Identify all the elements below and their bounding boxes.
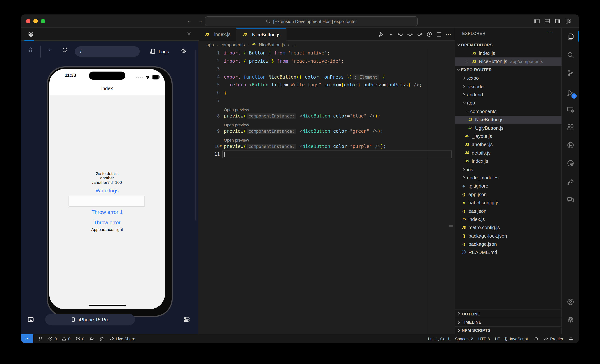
open-editors-header[interactable]: OPEN EDITORS — [455, 41, 562, 49]
tree-item-ios[interactable]: ios — [455, 165, 562, 174]
spaces-2[interactable]: Spaces: 2 — [455, 336, 473, 341]
layout-sidebar-right-icon[interactable] — [554, 18, 561, 24]
throw-error-1-link[interactable]: Throw error 1 — [49, 209, 165, 215]
tree-item-README.md[interactable]: ⓘREADME.md — [455, 248, 562, 257]
comments-icon[interactable] — [566, 195, 575, 204]
command-center-search[interactable]: [Extension Development Host] expo-router — [205, 16, 418, 26]
tab-NiceButton.js[interactable]: JSNiceButton.js — [236, 28, 286, 41]
run-and-debug-icon[interactable]: 1 — [566, 88, 575, 97]
code-line-11[interactable]: 11 — [198, 150, 455, 158]
layout-sidebar-left-icon[interactable] — [534, 18, 540, 24]
breadcrumb-item[interactable]: components — [221, 42, 245, 47]
panel-close-icon[interactable] — [187, 31, 192, 37]
circle-arrow-right-icon[interactable] — [417, 31, 423, 37]
webview-panel-tab[interactable] — [21, 28, 40, 41]
tree-item-node_modules[interactable]: node_modules — [455, 174, 562, 182]
tree-item-.gitignore[interactable]: ◆.gitignore — [455, 182, 562, 190]
tree-item-NiceButton.js[interactable]: JSNiceButton.js — [455, 115, 562, 124]
codelens-open-preview[interactable]: Open preview — [198, 120, 455, 127]
circle-dash-icon[interactable] — [407, 31, 413, 37]
panel-scrollbar[interactable] — [195, 50, 197, 221]
tree-item-metro.config.js[interactable]: JSmetro.config.js — [455, 223, 562, 232]
tree-item-.expo[interactable]: .expo — [455, 74, 562, 82]
device-selector[interactable]: iPhone 15 Pro — [45, 314, 135, 325]
extensions-icon[interactable] — [566, 123, 575, 131]
history-icon[interactable] — [426, 31, 432, 37]
braces-status[interactable]: {}JavaScript — [505, 336, 528, 341]
tree-item-components[interactable]: components — [455, 107, 562, 115]
source-control-icon[interactable] — [566, 69, 575, 77]
device-toggles-icon[interactable] — [183, 316, 190, 323]
tree-item-UglyButton.js[interactable]: JSUglyButton.js — [455, 124, 562, 132]
tree-item-android[interactable]: android — [455, 91, 562, 99]
code-line-9[interactable]: 9preview(componentInstance: <NiceButton … — [198, 127, 455, 135]
search-icon[interactable] — [566, 50, 575, 59]
tree-item-eas.json[interactable]: {}eas.json — [455, 207, 562, 215]
chevron-down-small-icon[interactable] — [388, 31, 394, 37]
tree-item-index.js[interactable]: JSindex.js — [455, 157, 562, 165]
layout-grid-icon[interactable] — [565, 18, 572, 24]
settings-gear-icon[interactable] — [180, 48, 187, 55]
tree-item-app.json[interactable]: {}app.json — [455, 190, 562, 198]
error-circle-status[interactable]: 0 — [48, 336, 57, 341]
tab-index.js[interactable]: JSindex.js — [199, 28, 236, 41]
run-debug-play-icon[interactable] — [378, 31, 384, 37]
tree-item-package-lock.json[interactable]: {}package-lock.json — [455, 232, 562, 240]
utf-8[interactable]: UTF-8 — [478, 336, 490, 341]
bell-status[interactable] — [569, 336, 574, 341]
more-ellipsis-icon[interactable]: ··· — [445, 31, 452, 37]
sparkle-code-action-icon[interactable]: ✦ — [219, 143, 223, 149]
open-editor-index.js[interactable]: JSindex.js — [455, 49, 562, 57]
code-line-7[interactable]: 7 — [198, 97, 455, 105]
section-outline[interactable]: OUTLINE — [455, 309, 562, 318]
code-line-5[interactable]: 5 return <Button title="Write logs" colo… — [198, 81, 455, 89]
tree-item-.vscode[interactable]: .vscode — [455, 82, 562, 91]
inspect-cursor-icon[interactable] — [28, 316, 34, 323]
code-area[interactable]: 1import { Button } from 'react-native';2… — [198, 49, 455, 158]
home-indicator[interactable] — [89, 305, 126, 306]
code-line-3[interactable]: 3 — [198, 65, 455, 73]
radon-circle-preview-icon[interactable] — [566, 159, 575, 168]
code-line-8[interactable]: 8preview(componentInstance: <NiceButton … — [198, 112, 455, 120]
sync-status[interactable] — [99, 336, 104, 341]
maximize-window-button[interactable] — [41, 19, 45, 23]
code-line-10[interactable]: 10preview(componentInstance: <NiceButton… — [198, 142, 455, 150]
remote-indicator[interactable]: >< — [21, 334, 33, 343]
close-window-button[interactable] — [26, 19, 30, 23]
tune-status[interactable] — [38, 336, 43, 341]
breadcrumb-item[interactable]: JSNiceButton.js — [252, 42, 285, 47]
history-forward-icon[interactable]: → — [197, 18, 203, 24]
settings-gear-icon[interactable] — [566, 315, 575, 324]
route-url-input[interactable]: / — [75, 46, 140, 57]
account-icon[interactable] — [566, 297, 575, 306]
close-icon[interactable] — [464, 59, 470, 64]
copilot-status[interactable] — [533, 336, 538, 341]
sidebar-more-icon[interactable]: ··· — [547, 28, 553, 35]
tree-item-index.js[interactable]: JSindex.js — [455, 215, 562, 223]
tree-item-another.js[interactable]: JSanother.js — [455, 140, 562, 149]
tree-item-babel.config.js[interactable]: Bbabel.config.js — [455, 198, 562, 207]
live-share-arrow-status[interactable]: Live Share — [109, 336, 135, 341]
lf[interactable]: LF — [495, 336, 500, 341]
double-check-status[interactable]: Prettier — [544, 336, 563, 341]
split-editor-icon[interactable] — [436, 31, 442, 37]
explorer-files-icon[interactable] — [566, 32, 575, 41]
circle-arrow-left-icon[interactable] — [397, 31, 403, 37]
code-line-4[interactable]: 4export function NiceButton({ color, onP… — [198, 73, 455, 81]
section-npm-scripts[interactable]: NPM SCRIPTS — [455, 326, 562, 335]
debug-bug-status[interactable] — [89, 336, 94, 341]
write-logs-link[interactable]: Write logs — [49, 187, 165, 194]
layout-panel-icon[interactable] — [544, 18, 551, 24]
devices-remote-icon[interactable] — [566, 105, 575, 114]
codelens-open-preview[interactable]: Open preview — [198, 135, 455, 142]
back-arrow-icon[interactable] — [47, 47, 54, 53]
tree-item-package.json[interactable]: {}package.json — [455, 240, 562, 248]
tree-item-app[interactable]: app — [455, 99, 562, 107]
code-line-6[interactable]: 6} — [198, 89, 455, 97]
code-line-2[interactable]: 2import { preview } from 'react-native-i… — [198, 57, 455, 65]
throw-error-link[interactable]: Throw error — [49, 219, 165, 225]
ln-11-col-1[interactable]: Ln 11, Col 1 — [428, 336, 450, 341]
live-share-icon[interactable] — [566, 177, 575, 186]
breadcrumb-item[interactable]: app — [206, 42, 214, 47]
history-back-icon[interactable]: ← — [187, 18, 192, 24]
